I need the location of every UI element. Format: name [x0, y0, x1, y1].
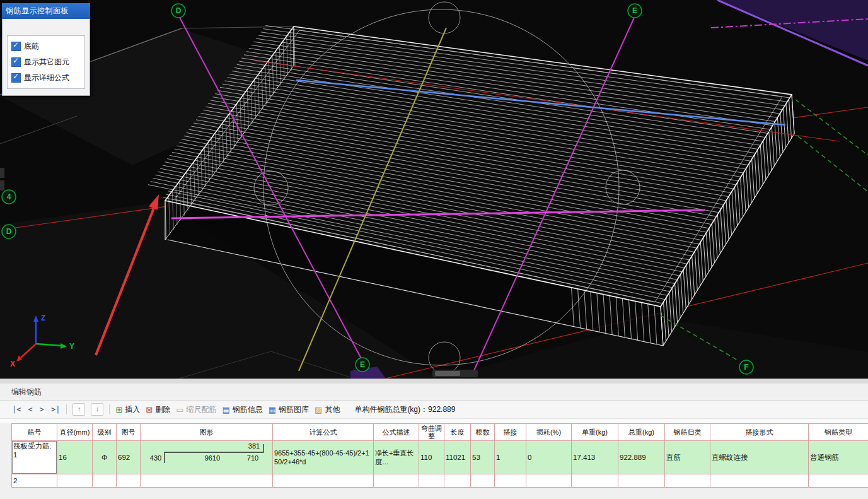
cell-shape-diagram[interactable]: 430 9610 710 381 [141, 441, 273, 474]
col-header: 公式描述 [374, 424, 419, 441]
cell-rebar-name[interactable]: 2 [12, 474, 57, 488]
3d-viewport[interactable]: D E 4 D E F Z Y X [0, 0, 868, 379]
rebar-table-wrap: 筋号 直径(mm) 级别 图号 图形 计算公式 公式描述 弯曲调整 长度 根数 … [0, 423, 868, 499]
svg-text:D: D [6, 227, 12, 236]
rebar-display-groupbox: 底筋 显示其它图元 显示详细公式 [7, 35, 85, 89]
col-header: 搭接形式 [710, 424, 809, 441]
col-header: 单重(kg) [572, 424, 618, 441]
y-axis-label: Y [69, 342, 74, 351]
rebar-row-1: 筏板受力筋.1 16 Φ 692 430 9610 710 381 9655+3… [12, 441, 868, 474]
svg-text:381: 381 [248, 442, 260, 450]
rebar-library-button[interactable]: ▦ 钢筋图库 [269, 404, 309, 415]
col-header: 图形 [141, 424, 273, 441]
delete-button[interactable]: ⊠ 删除 [146, 404, 170, 415]
checkbox-show-other-elements[interactable]: 显示其它图元 [11, 57, 81, 68]
edit-rebar-panel: 编辑钢筋 |< < > >| ↑ ↓ ⊞ 插入 ⊠ 删除 ▭ 缩尺配筋 ▤ [0, 379, 868, 499]
rebar-info-button[interactable]: ▤ 钢筋信息 [222, 404, 262, 415]
side-tab[interactable] [0, 168, 4, 178]
cell-lap-type[interactable]: 直螺纹连接 [710, 441, 809, 474]
axis-bubble: E [356, 358, 369, 372]
nav-prev-button[interactable]: < [27, 405, 33, 414]
svg-text:4: 4 [7, 192, 11, 201]
cell-formula-desc[interactable]: 净长+垂直长度… [374, 441, 419, 474]
control-panel-body: 底筋 显示其它图元 显示详细公式 [2, 19, 90, 96]
toolbar-separator [109, 404, 110, 414]
x-axis-label: X [10, 360, 15, 368]
rebar-table: 筋号 直径(mm) 级别 图号 图形 计算公式 公式描述 弯曲调整 长度 根数 … [11, 423, 868, 488]
toolbar-separator [66, 404, 67, 414]
checkbox-checked-icon [11, 73, 21, 83]
other-icon: ▨ [315, 406, 322, 414]
checkbox-show-detailed-formula[interactable]: 显示详细公式 [11, 73, 81, 83]
insert-button[interactable]: ⊞ 插入 [115, 404, 140, 415]
table-header-row: 筋号 直径(mm) 级别 图号 图形 计算公式 公式描述 弯曲调整 长度 根数 … [12, 424, 868, 441]
cell-rebar-class[interactable]: 直筋 [665, 441, 710, 474]
cell-total-weight[interactable]: 922.889 [618, 441, 665, 474]
nav-last-button[interactable]: >| [50, 405, 61, 414]
cell-length[interactable]: 11021 [444, 441, 471, 474]
cell-rebar-name[interactable]: 筏板受力筋.1 [12, 441, 57, 474]
col-header: 直径(mm) [57, 424, 93, 441]
rebar-library-icon: ▦ [269, 406, 276, 414]
cell-shape-no[interactable]: 692 [117, 441, 141, 474]
side-tab[interactable] [0, 180, 4, 191]
ruler-icon: ▭ [176, 406, 183, 414]
col-header: 计算公式 [273, 424, 374, 441]
svg-text:430: 430 [150, 454, 161, 462]
move-up-icon[interactable]: ↑ [72, 403, 85, 416]
svg-text:E: E [360, 360, 365, 369]
mini-scrollbar-handle[interactable] [435, 371, 460, 376]
axis-bubble: E [628, 4, 642, 18]
nav-first-button[interactable]: |< [11, 405, 21, 414]
col-header: 图号 [117, 424, 141, 441]
rebar-info-icon: ▤ [222, 406, 229, 414]
col-header: 钢筋归类 [665, 424, 710, 441]
cell-calc-formula[interactable]: 9655+355-45+(800-45-45)/2+150/2+46*d [273, 441, 374, 474]
col-header: 损耗(%) [526, 424, 572, 441]
axis-bubble: D [2, 225, 16, 238]
z-axis-label: Z [41, 314, 45, 322]
axis-bubble: 4 [2, 190, 16, 204]
cell-unit-weight[interactable]: 17.413 [572, 441, 618, 474]
col-header: 搭接 [495, 424, 526, 441]
cell-lap[interactable]: 1 [495, 441, 526, 474]
nav-next-button[interactable]: > [39, 405, 45, 414]
cell-bend-adjust[interactable]: 110 [419, 441, 444, 474]
col-header: 弯曲调整 [419, 424, 444, 441]
cell-rebar-type[interactable]: 普通钢筋 [809, 441, 868, 474]
cell-loss[interactable]: 0 [526, 441, 572, 474]
checkbox-checked-icon [11, 42, 21, 51]
scale-rebar-button[interactable]: ▭ 缩尺配筋 [176, 404, 216, 415]
cell-count[interactable]: 53 [471, 441, 495, 474]
col-header: 总重(kg) [618, 424, 665, 441]
checkbox-bottom-rebar[interactable]: 底筋 [11, 41, 81, 52]
edit-rebar-toolbar: |< < > >| ↑ ↓ ⊞ 插入 ⊠ 删除 ▭ 缩尺配筋 ▤ 钢筋信息 [0, 401, 868, 419]
col-header: 钢筋类型 [809, 424, 868, 441]
insert-icon: ⊞ [115, 406, 122, 414]
axis-bubble: F [739, 360, 753, 374]
control-panel-titlebar[interactable]: 钢筋显示控制面板 [2, 3, 90, 19]
panel-splitter[interactable] [0, 379, 868, 384]
cell-grade[interactable]: Φ [93, 441, 117, 474]
cell-diameter[interactable]: 16 [57, 441, 93, 474]
3d-scene[interactable]: D E 4 D E F Z Y X [0, 0, 868, 379]
col-header: 根数 [471, 424, 495, 441]
panel-title: 编辑钢筋 [0, 384, 868, 401]
svg-text:710: 710 [247, 454, 258, 462]
total-weight-value: 922.889 [428, 405, 455, 414]
axis-bubble: D [171, 4, 185, 18]
col-header: 级别 [93, 424, 117, 441]
col-header: 长度 [444, 424, 471, 441]
move-down-icon[interactable]: ↓ [91, 403, 103, 416]
total-weight-text: 单构件钢筋总重(kg)：922.889 [354, 404, 455, 415]
svg-text:E: E [632, 6, 637, 15]
checkbox-checked-icon [11, 57, 21, 67]
rebar-shape-diagram: 430 9610 710 381 [142, 442, 273, 472]
svg-text:D: D [176, 6, 182, 15]
other-button[interactable]: ▨ 其他 [315, 404, 340, 415]
delete-icon: ⊠ [146, 406, 153, 414]
col-header: 筋号 [12, 424, 57, 441]
svg-text:F: F [744, 363, 748, 372]
svg-text:9610: 9610 [205, 454, 220, 462]
rebar-row-2: 2 [12, 474, 868, 488]
